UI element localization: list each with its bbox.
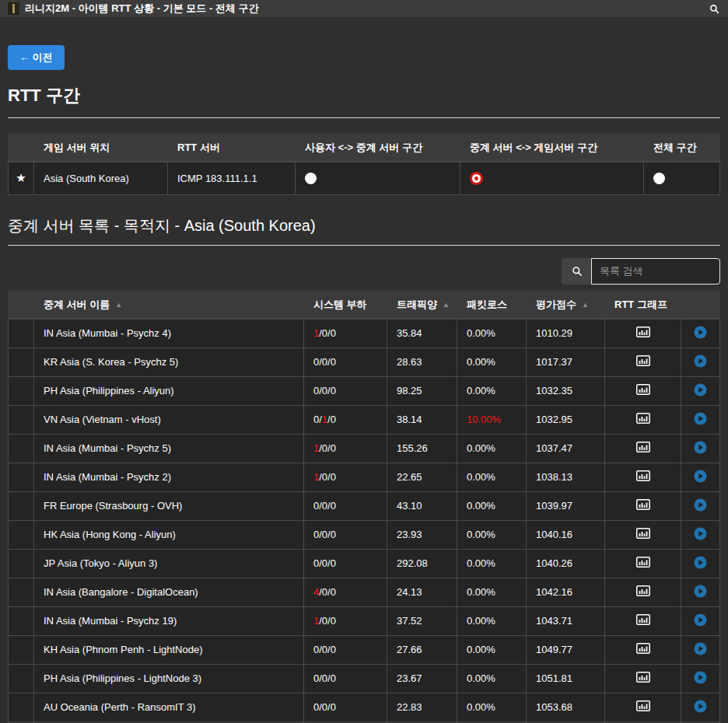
play-circle-icon[interactable] — [694, 556, 707, 569]
relay-server-name: PH Asia (Philippines - LightNode 3) — [34, 664, 304, 693]
load-part: 1 — [313, 442, 319, 454]
relay-server-name: IN Asia (Mumbai - Psychz 19) — [34, 606, 304, 635]
play-circle-icon[interactable] — [694, 441, 707, 454]
packet-loss-value: 0.00% — [457, 549, 527, 578]
traffic-value: 292.08 — [387, 549, 457, 578]
row-action-cell — [681, 549, 720, 578]
col-row-action — [681, 291, 720, 319]
bar-chart-icon[interactable] — [636, 557, 650, 568]
bar-chart-icon[interactable] — [636, 585, 650, 596]
load-part: 1 — [313, 615, 319, 627]
relay-server-name: KR Asia (S. Korea - Psychz 5) — [34, 348, 304, 376]
row-blank-cell — [9, 578, 34, 606]
load-part: 0 — [331, 385, 336, 396]
table-row: KR Asia (S. Korea - Psychz 5)0/0/028.630… — [9, 348, 720, 376]
bar-chart-icon[interactable] — [636, 614, 650, 625]
packet-loss-value: 0.00% — [457, 606, 527, 635]
play-circle-icon[interactable] — [694, 527, 707, 540]
rtt-graph-cell — [605, 405, 681, 434]
load-part: 0 — [322, 385, 327, 396]
load-part: 0 — [313, 500, 319, 512]
play-circle-icon[interactable] — [694, 383, 707, 396]
load-part: 0 — [313, 529, 319, 540]
relay-server-name: KH Asia (Phnom Penh - LightNode) — [34, 635, 304, 664]
play-circle-icon[interactable] — [694, 412, 707, 425]
packet-loss-value: 0.00% — [457, 520, 527, 549]
row-action-cell — [681, 434, 720, 463]
load-part: 0 — [322, 672, 327, 684]
table-row: VN Asia (Vietnam - vHost)0/1/038.1410.00… — [9, 405, 720, 434]
packet-loss-value: 0.00% — [457, 434, 527, 463]
col-score[interactable]: 평가점수▲ — [527, 291, 605, 319]
row-blank-cell — [9, 606, 34, 635]
col-relay-server-name[interactable]: 중계 서버 이름▲ — [34, 291, 304, 319]
system-load-value: 0/0/0 — [304, 376, 387, 405]
segment-radio-cell-relay-game — [460, 162, 644, 194]
load-part: 0 — [313, 672, 319, 684]
load-part: 0 — [331, 644, 336, 655]
bar-chart-icon[interactable] — [636, 528, 650, 539]
bar-chart-icon[interactable] — [636, 672, 650, 683]
row-action-cell — [681, 491, 720, 520]
play-circle-icon[interactable] — [694, 355, 707, 368]
load-part: 0 — [322, 615, 327, 627]
user-relay-radio[interactable] — [305, 173, 317, 184]
table-row: PH Asia (Philippines - Aliyun)0/0/098.25… — [9, 376, 720, 405]
table-row: IN Asia (Mumbai - Psychz 19)1/0/037.520.… — [9, 606, 720, 635]
bar-chart-icon[interactable] — [636, 355, 650, 366]
play-circle-icon[interactable] — [694, 671, 707, 684]
rtt-table-row: Asia (South Korea) ICMP 183.111.1.1 — [9, 162, 720, 194]
full-segment-radio[interactable] — [653, 173, 665, 184]
play-circle-icon[interactable] — [694, 613, 707, 627]
score-value: 1040.16 — [527, 520, 605, 549]
list-search-input[interactable] — [591, 258, 720, 285]
search-icon[interactable] — [708, 2, 720, 15]
play-circle-icon[interactable] — [694, 642, 707, 655]
bar-chart-icon[interactable] — [636, 470, 650, 481]
play-circle-icon[interactable] — [694, 498, 707, 512]
row-blank-cell — [9, 319, 34, 348]
play-circle-icon[interactable] — [694, 470, 707, 483]
load-part: 0 — [313, 385, 319, 396]
traffic-value: 155.26 — [387, 434, 457, 463]
score-value: 1032.95 — [527, 405, 605, 434]
bar-chart-icon[interactable] — [636, 442, 650, 452]
bar-chart-icon[interactable] — [636, 384, 650, 395]
play-circle-icon[interactable] — [694, 585, 707, 598]
load-part: 4 — [313, 586, 319, 598]
packet-loss-value: 10.00% — [457, 405, 527, 434]
row-blank-cell — [9, 376, 34, 405]
load-part: 0 — [313, 414, 319, 425]
rtt-graph-cell — [605, 664, 681, 693]
segment-radio-cell-full — [644, 162, 720, 194]
bar-chart-icon[interactable] — [636, 413, 650, 424]
traffic-value: 28.63 — [387, 348, 457, 376]
play-circle-icon[interactable] — [694, 700, 707, 713]
packet-loss-value: 0.00% — [457, 348, 527, 376]
relay-server-name: JP Asia (Tokyo - Aliyun 3) — [34, 549, 304, 578]
row-action-cell — [681, 319, 720, 348]
rtt-graph-cell — [605, 606, 681, 635]
load-part: 0 — [322, 327, 327, 339]
star-icon[interactable] — [16, 171, 26, 184]
traffic-value: 38.14 — [387, 405, 457, 434]
col-full-segment: 전체 구간 — [644, 134, 720, 162]
play-circle-icon[interactable] — [694, 326, 707, 339]
bar-chart-icon[interactable] — [636, 643, 650, 654]
relay-section-title: 중계 서버 목록 - 목적지 - Asia (South Korea) — [8, 215, 720, 246]
row-blank-cell — [9, 520, 34, 549]
traffic-value: 98.25 — [387, 376, 457, 405]
bar-chart-icon[interactable] — [636, 700, 650, 711]
system-load-value: 1/0/0 — [304, 463, 387, 491]
back-button[interactable]: ← 이전 — [8, 45, 65, 70]
system-load-value: 1/0/0 — [304, 606, 387, 635]
relay-server-name: IN Asia (Mumbai - Psychz 5) — [34, 434, 304, 463]
row-action-cell — [681, 693, 720, 721]
relay-server-name: IN Asia (Mumbai - Psychz 2) — [34, 463, 304, 491]
traffic-value: 22.83 — [387, 693, 457, 721]
relay-game-radio[interactable] — [470, 172, 483, 185]
segment-radio-cell-user-relay — [296, 162, 460, 194]
bar-chart-icon[interactable] — [636, 327, 650, 337]
bar-chart-icon[interactable] — [636, 499, 650, 510]
col-traffic[interactable]: 트래픽양▲ — [387, 291, 457, 319]
